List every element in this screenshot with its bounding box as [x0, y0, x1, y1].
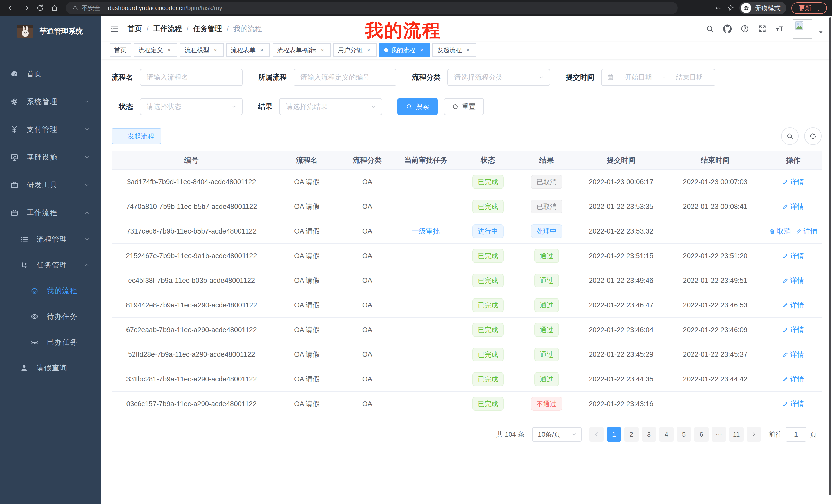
page-button-2[interactable]: 2	[624, 427, 639, 442]
detail-link[interactable]: 详情	[782, 399, 804, 409]
fullscreen-icon[interactable]	[758, 24, 767, 33]
sidebar-item-payment[interactable]: 支付管理	[0, 116, 101, 143]
detail-link[interactable]: 详情	[796, 227, 817, 236]
cell-current-task	[392, 391, 460, 416]
breadcrumb-item[interactable]: 任务管理	[193, 24, 222, 34]
close-icon[interactable]: ×	[258, 47, 265, 54]
address-bar[interactable]: 不安全 dashboard.yudao.iocoder.cn/bpm/task/…	[66, 2, 678, 14]
breadcrumb-item[interactable]: 工作流程	[153, 24, 182, 34]
breadcrumb-item[interactable]: 首页	[128, 24, 142, 34]
page-button-1[interactable]: 1	[607, 427, 621, 442]
sidebar-item-system[interactable]: 系统管理	[0, 88, 101, 116]
browser-back-icon[interactable]	[5, 2, 18, 14]
page-button-4[interactable]: 4	[659, 427, 674, 442]
reset-button-label: 重置	[462, 102, 476, 111]
submit-time-range-picker[interactable]: 开始日期 - 结束日期	[601, 69, 715, 86]
tab-流程定义[interactable]: 流程定义×	[134, 44, 177, 57]
page-size-select[interactable]: 10条/页	[532, 427, 581, 442]
reset-button[interactable]: 重置	[444, 98, 484, 115]
page-button-5[interactable]: 5	[677, 427, 691, 442]
browser-update-button[interactable]: 更新 ⋮	[791, 2, 827, 14]
bookmark-star-icon[interactable]	[727, 4, 734, 11]
sidebar-item-todo-tasks[interactable]: 待办任务	[0, 304, 101, 329]
browser-reload-icon[interactable]	[34, 2, 46, 14]
detail-link[interactable]: 详情	[782, 350, 804, 359]
scrollbar[interactable]	[829, 18, 831, 495]
close-icon[interactable]: ×	[418, 47, 425, 54]
tab-流程表单[interactable]: 流程表单×	[226, 44, 270, 57]
detail-link[interactable]: 详情	[782, 251, 804, 260]
prev-page-button[interactable]	[589, 427, 604, 442]
sidebar-item-process-mgmt[interactable]: 流程管理	[0, 227, 101, 252]
search-button[interactable]: 搜索	[397, 98, 438, 115]
cell-status: 已完成	[460, 194, 516, 219]
hamburger-icon[interactable]	[109, 24, 119, 34]
detail-link[interactable]: 详情	[782, 202, 804, 211]
tab-发起流程[interactable]: 发起流程×	[433, 44, 476, 57]
search-icon[interactable]	[705, 24, 714, 33]
cancel-link[interactable]: 取消	[769, 227, 790, 236]
category-select[interactable]: 请选择流程分类	[447, 69, 550, 86]
browser-forward-icon[interactable]	[20, 2, 32, 14]
status-badge: 已完成	[472, 323, 504, 337]
detail-link[interactable]: 详情	[782, 276, 804, 285]
detail-link[interactable]: 详情	[782, 301, 804, 310]
browser-menu-icon[interactable]: ⋮	[815, 4, 822, 11]
status-badge: 已完成	[472, 249, 504, 263]
column-header: 操作	[765, 151, 822, 170]
next-page-button[interactable]	[747, 427, 761, 442]
browser-home-icon[interactable]	[48, 2, 61, 14]
caret-down-icon[interactable]	[818, 30, 824, 35]
tab-我的流程[interactable]: 我的流程×	[380, 44, 430, 57]
tab-流程模型[interactable]: 流程模型×	[180, 44, 224, 57]
github-icon[interactable]	[723, 24, 732, 33]
sidebar-item-workflow[interactable]: 工作流程	[0, 199, 101, 227]
sidebar-item-done-tasks[interactable]: 已办任务	[0, 329, 101, 355]
app-logo[interactable]: 芋道管理系统	[0, 16, 101, 47]
tab-流程表单-编辑[interactable]: 流程表单-编辑×	[272, 44, 331, 57]
goto-label: 前往	[769, 430, 782, 439]
cell-result: 已取消	[516, 194, 577, 219]
detail-link[interactable]: 详情	[782, 177, 804, 187]
cell-end-time: 2022-01-22 23:46:09	[666, 317, 765, 342]
update-label: 更新	[799, 4, 811, 12]
start-process-button[interactable]: 发起流程	[111, 128, 161, 144]
table-row: 331bc281-7b9a-11ec-a290-acde48001122OA 请…	[111, 367, 822, 391]
close-icon[interactable]: ×	[464, 47, 471, 54]
cell-actions: 详情	[765, 317, 822, 342]
result-badge: 通过	[534, 372, 559, 386]
sidebar-item-leave-query[interactable]: 请假查询	[0, 355, 101, 381]
font-size-icon[interactable]	[775, 24, 784, 33]
goto-page-input[interactable]	[786, 427, 806, 442]
refresh-table-button[interactable]	[804, 128, 822, 145]
cell-actions: 详情	[765, 268, 822, 293]
process-definition-input[interactable]	[294, 69, 396, 86]
result-select[interactable]: 请选择流结果	[279, 98, 382, 115]
page-button-11[interactable]: 11	[729, 427, 744, 442]
detail-link[interactable]: 详情	[782, 325, 804, 334]
tab-用户分组[interactable]: 用户分组×	[333, 44, 377, 57]
key-icon[interactable]	[715, 4, 722, 11]
close-icon[interactable]: ×	[165, 47, 173, 54]
sidebar-item-infra[interactable]: 基础设施	[0, 143, 101, 171]
tab-首页[interactable]: 首页	[109, 44, 131, 57]
status-select[interactable]: 请选择状态	[140, 98, 243, 115]
sidebar-item-my-process[interactable]: 我的流程	[0, 278, 101, 304]
sidebar-item-devtools[interactable]: 研发工具	[0, 171, 101, 199]
avatar[interactable]	[793, 19, 812, 38]
process-name-input[interactable]	[140, 69, 243, 86]
cell-actions: 详情	[765, 194, 822, 219]
close-icon[interactable]: ×	[319, 47, 326, 54]
toggle-search-button[interactable]	[781, 128, 799, 145]
close-icon[interactable]: ×	[212, 47, 219, 54]
sidebar-item-task-mgmt[interactable]: 任务管理	[0, 252, 101, 278]
page-button-3[interactable]: 3	[642, 427, 656, 442]
close-icon[interactable]: ×	[365, 47, 372, 54]
help-icon[interactable]	[740, 24, 749, 33]
detail-link[interactable]: 详情	[782, 374, 804, 384]
page-ellipsis[interactable]: ···	[712, 427, 726, 442]
sidebar-item-home[interactable]: 首页	[0, 60, 101, 88]
current-task-link[interactable]: 一级审批	[412, 227, 440, 236]
tab-label: 我的流程	[391, 46, 415, 54]
page-button-6[interactable]: 6	[694, 427, 709, 442]
